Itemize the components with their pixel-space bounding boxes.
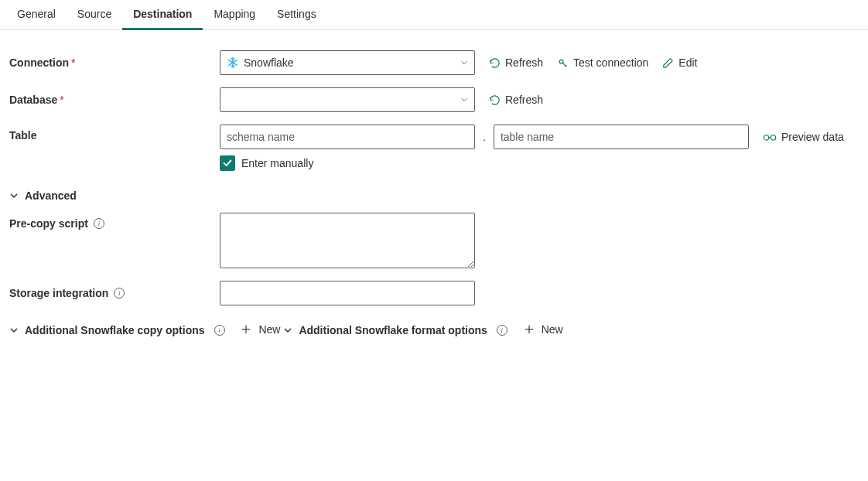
snowflake-icon [227,56,239,69]
plug-icon [557,57,569,69]
pencil-icon [662,57,674,69]
tabs: General Source Destination Mapping Setti… [0,0,868,30]
refresh-icon [489,57,501,69]
info-icon[interactable]: i [214,325,225,336]
enter-manually-checkbox[interactable] [220,155,235,171]
tab-source[interactable]: Source [67,0,122,30]
test-connection-button[interactable]: Test connection [557,56,648,69]
addl-format-section-toggle[interactable]: Additional Snowflake format options i [283,324,507,336]
precopy-script-input[interactable] [220,213,475,268]
glasses-icon [763,132,777,142]
chevron-down-icon [460,59,468,67]
database-select[interactable] [220,87,475,112]
refresh-icon [489,94,501,106]
connection-value: Snowflake [244,56,294,69]
svg-point-8 [764,135,768,140]
tab-general[interactable]: General [6,0,67,30]
storage-integration-input[interactable] [220,281,475,305]
table-label: Table [9,125,220,142]
precopy-label: Pre-copy script i [9,213,220,230]
enter-manually-label: Enter manually [241,157,313,169]
required-marker: * [60,94,63,106]
tab-destination[interactable]: Destination [122,0,203,30]
plus-icon [523,323,535,336]
table-name-input[interactable] [494,125,749,149]
connection-label: Connection* [9,56,220,69]
chevron-down-icon [9,326,19,335]
database-label: Database* [9,94,220,106]
plus-icon [240,323,252,336]
schema-name-input[interactable] [220,125,475,149]
connection-select[interactable]: Snowflake [220,50,475,75]
tab-settings[interactable]: Settings [266,0,327,30]
preview-data-button[interactable]: Preview data [763,131,844,143]
required-marker: * [71,56,75,69]
form-area: Connection* Snowflake [0,44,868,360]
new-copy-option-button[interactable]: New [240,323,280,336]
check-icon [222,158,233,169]
svg-point-9 [771,135,775,140]
chevron-down-icon [283,326,292,335]
info-icon[interactable]: i [94,218,104,229]
chevron-down-icon [460,96,468,104]
chevron-down-icon [9,191,19,200]
svg-point-7 [559,60,563,63]
info-icon[interactable]: i [497,325,507,336]
info-icon[interactable]: i [114,288,125,298]
advanced-section-toggle[interactable]: Advanced [9,189,77,202]
edit-button[interactable]: Edit [662,56,697,69]
refresh-database-button[interactable]: Refresh [489,94,543,106]
refresh-connection-button[interactable]: Refresh [489,56,543,69]
tab-mapping[interactable]: Mapping [203,0,266,30]
dot-separator: . [483,131,486,143]
addl-copy-section-toggle[interactable]: Additional Snowflake copy options i [9,324,225,336]
new-format-option-button[interactable]: New [523,323,563,336]
storage-integration-label: Storage integration i [9,287,220,299]
